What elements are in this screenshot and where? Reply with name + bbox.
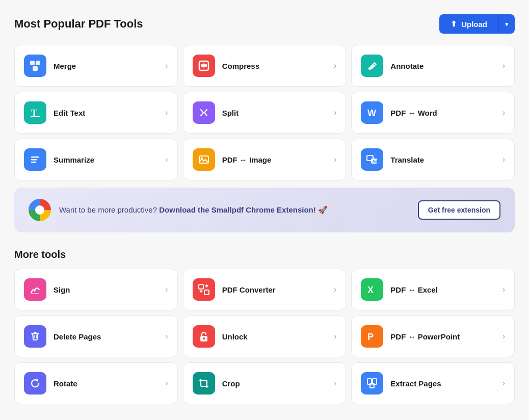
translate-label: Translate — [390, 155, 424, 164]
split-chevron: › — [334, 108, 336, 117]
edit-text-chevron: › — [165, 108, 168, 117]
promo-text: Want to be more productive? Download the… — [59, 205, 328, 215]
tool-pdf-powerpoint[interactable]: P PDF ↔ PowerPoint › — [351, 316, 515, 357]
page-title: Most Popular PDF Tools — [14, 17, 143, 31]
promo-text-bold: Download the Smallpdf Chrome Extension! — [159, 205, 316, 214]
crop-chevron: › — [334, 379, 336, 388]
pdf-powerpoint-icon: P — [361, 325, 383, 348]
svg-rect-0 — [30, 61, 35, 65]
svg-rect-11 — [199, 156, 208, 163]
pdf-image-chevron: › — [334, 155, 336, 164]
pdf-converter-chevron: › — [334, 285, 336, 294]
edit-text-label: Edit Text — [54, 109, 85, 117]
pdf-excel-label: PDF ↔ Excel — [390, 285, 438, 294]
tool-pdf-excel[interactable]: X PDF ↔ Excel › — [351, 269, 515, 310]
extract-pages-chevron: › — [502, 379, 505, 388]
annotate-chevron: › — [502, 61, 505, 70]
more-tools-title: More tools — [14, 249, 515, 260]
tool-rotate[interactable]: Rotate › — [14, 362, 178, 404]
popular-tools-grid: Merge › Compress › — [14, 45, 515, 180]
pdf-word-chevron: › — [502, 108, 505, 117]
upload-dropdown-button[interactable]: ▾ — [498, 14, 515, 34]
pdf-image-icon — [193, 148, 215, 171]
split-label: Split — [222, 109, 239, 117]
summarize-label: Summarize — [54, 155, 94, 164]
compress-icon — [193, 55, 215, 77]
pdf-powerpoint-chevron: › — [502, 332, 505, 341]
summarize-icon — [24, 148, 46, 171]
promo-text-normal: Want to be more productive? — [59, 205, 157, 214]
pdf-image-label: PDF ↔ Image — [222, 155, 272, 164]
tool-split[interactable]: Split › — [183, 92, 347, 134]
tool-pdf-word[interactable]: W PDF ↔ Word › — [351, 92, 515, 134]
extract-pages-icon — [361, 372, 383, 395]
delete-pages-icon — [24, 325, 46, 348]
svg-text:P: P — [367, 332, 374, 342]
delete-pages-chevron: › — [165, 332, 168, 341]
svg-text:X: X — [367, 285, 374, 295]
edit-text-icon: T — [24, 101, 46, 124]
delete-pages-label: Delete Pages — [54, 332, 101, 341]
pdf-converter-icon — [193, 278, 215, 301]
upload-button-group: ⬆ Upload ▾ — [439, 14, 515, 34]
tool-unlock[interactable]: Unlock › — [183, 316, 347, 357]
svg-text:W: W — [367, 108, 376, 118]
translate-chevron: › — [502, 155, 505, 164]
tool-summarize[interactable]: Summarize › — [14, 139, 178, 180]
pdf-word-label: PDF ↔ Word — [390, 109, 437, 117]
tool-extract-pages[interactable]: Extract Pages › — [351, 362, 515, 404]
pdf-converter-label: PDF Converter — [222, 285, 276, 294]
merge-chevron: › — [165, 61, 168, 70]
svg-rect-10 — [31, 162, 36, 163]
compress-label: Compress — [222, 62, 259, 70]
svg-point-21 — [203, 337, 205, 339]
tool-pdf-image[interactable]: PDF ↔ Image › — [183, 139, 347, 180]
tool-delete-pages[interactable]: Delete Pages › — [14, 316, 178, 357]
get-free-extension-button[interactable]: Get free extension — [418, 200, 500, 220]
chevron-down-icon: ▾ — [505, 20, 509, 28]
split-icon — [193, 101, 215, 124]
svg-rect-4 — [201, 64, 207, 67]
compress-chevron: › — [334, 61, 336, 70]
svg-rect-1 — [36, 61, 40, 65]
merge-label: Merge — [54, 62, 76, 70]
tool-annotate[interactable]: Annotate › — [351, 45, 515, 87]
rotate-label: Rotate — [54, 379, 77, 388]
page-header: Most Popular PDF Tools ⬆ Upload ▾ — [14, 14, 515, 34]
tool-sign[interactable]: Sign › — [14, 269, 178, 310]
annotate-icon — [361, 55, 383, 77]
svg-rect-2 — [33, 66, 38, 71]
translate-icon: Aa — [361, 148, 383, 171]
unlock-chevron: › — [334, 332, 336, 341]
annotate-label: Annotate — [390, 62, 424, 70]
promo-banner: Want to be more productive? Download the… — [14, 188, 515, 232]
more-tools-grid: Sign › PDF Converter › — [14, 269, 515, 404]
tool-compress[interactable]: Compress › — [183, 45, 347, 87]
promo-emoji: 🚀 — [318, 205, 328, 214]
sign-icon — [24, 278, 46, 301]
tool-translate[interactable]: Aa Translate › — [351, 139, 515, 180]
unlock-label: Unlock — [222, 332, 248, 341]
pdf-excel-chevron: › — [502, 285, 505, 294]
pdf-word-icon: W — [361, 101, 383, 124]
tool-merge[interactable]: Merge › — [14, 45, 178, 87]
pdf-powerpoint-label: PDF ↔ PowerPoint — [390, 332, 460, 341]
merge-icon — [24, 55, 46, 77]
crop-icon — [193, 372, 215, 395]
pdf-excel-icon: X — [361, 278, 383, 301]
sign-label: Sign — [54, 285, 70, 294]
summarize-chevron: › — [165, 155, 168, 164]
rotate-chevron: › — [165, 379, 168, 388]
unlock-icon — [193, 325, 215, 348]
svg-rect-9 — [31, 159, 37, 161]
svg-text:Aa: Aa — [373, 160, 377, 163]
tool-edit-text[interactable]: T Edit Text › — [14, 92, 178, 134]
extract-pages-label: Extract Pages — [390, 379, 441, 388]
upload-icon: ⬆ — [451, 19, 457, 29]
upload-button[interactable]: ⬆ Upload — [439, 14, 498, 34]
tool-pdf-converter[interactable]: PDF Converter › — [183, 269, 347, 310]
svg-rect-17 — [199, 284, 203, 289]
tool-crop[interactable]: Crop › — [183, 362, 347, 404]
crop-label: Crop — [222, 379, 240, 388]
rotate-icon — [24, 372, 46, 395]
